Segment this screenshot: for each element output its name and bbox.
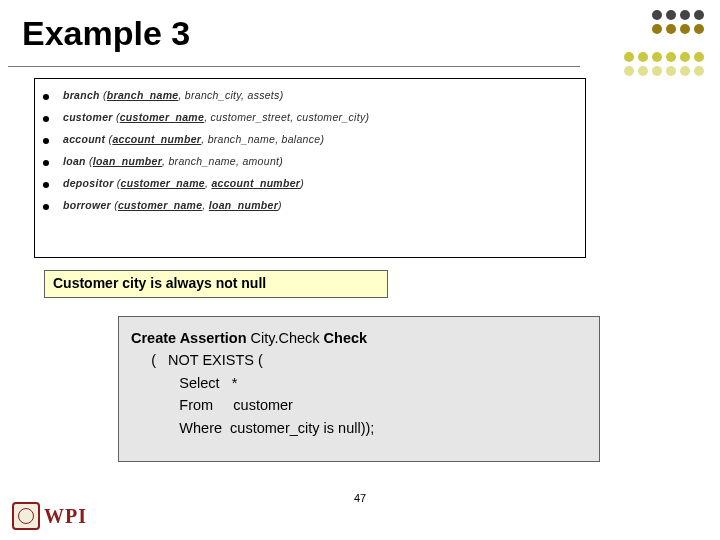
schema-row: borrower (customer_name, loan_number)	[43, 199, 577, 211]
assertion-code-box: Create Assertion City.Check Check ( NOT …	[118, 316, 600, 462]
schema-row: depositor (customer_name, account_number…	[43, 177, 577, 189]
slide-title: Example 3	[22, 14, 190, 53]
decorative-dot-grid	[624, 10, 706, 78]
code-line-2: ( NOT EXISTS (	[131, 349, 587, 371]
constraint-statement-box: Customer city is always not null	[44, 270, 388, 298]
schema-text: branch (branch_name, branch_city, assets…	[63, 89, 283, 101]
code-line-1: Create Assertion City.Check Check	[131, 327, 587, 349]
schema-row: customer (customer_name, customer_street…	[43, 111, 577, 123]
schema-text: account (account_number, branch_name, ba…	[63, 133, 324, 145]
schema-text: depositor (customer_name, account_number…	[63, 177, 304, 189]
schema-text: loan (loan_number, branch_name, amount)	[63, 155, 283, 167]
page-number: 47	[0, 492, 720, 504]
bullet-icon	[43, 94, 49, 100]
schema-text: customer (customer_name, customer_street…	[63, 111, 369, 123]
code-line-3: Select *	[131, 372, 587, 394]
schema-row: loan (loan_number, branch_name, amount)	[43, 155, 577, 167]
schema-text: borrower (customer_name, loan_number)	[63, 199, 282, 211]
bullet-icon	[43, 182, 49, 188]
wpi-logo: WPI	[12, 502, 87, 530]
title-divider	[8, 66, 580, 67]
bullet-icon	[43, 116, 49, 122]
code-line-5: Where customer_city is null));	[131, 417, 587, 439]
schema-row: account (account_number, branch_name, ba…	[43, 133, 577, 145]
bullet-icon	[43, 160, 49, 166]
bullet-icon	[43, 138, 49, 144]
code-line-4: From customer	[131, 394, 587, 416]
wpi-logo-text: WPI	[44, 505, 87, 528]
bullet-icon	[43, 204, 49, 210]
wpi-seal-icon	[12, 502, 40, 530]
schema-row: branch (branch_name, branch_city, assets…	[43, 89, 577, 101]
schema-definitions-box: branch (branch_name, branch_city, assets…	[34, 78, 586, 258]
